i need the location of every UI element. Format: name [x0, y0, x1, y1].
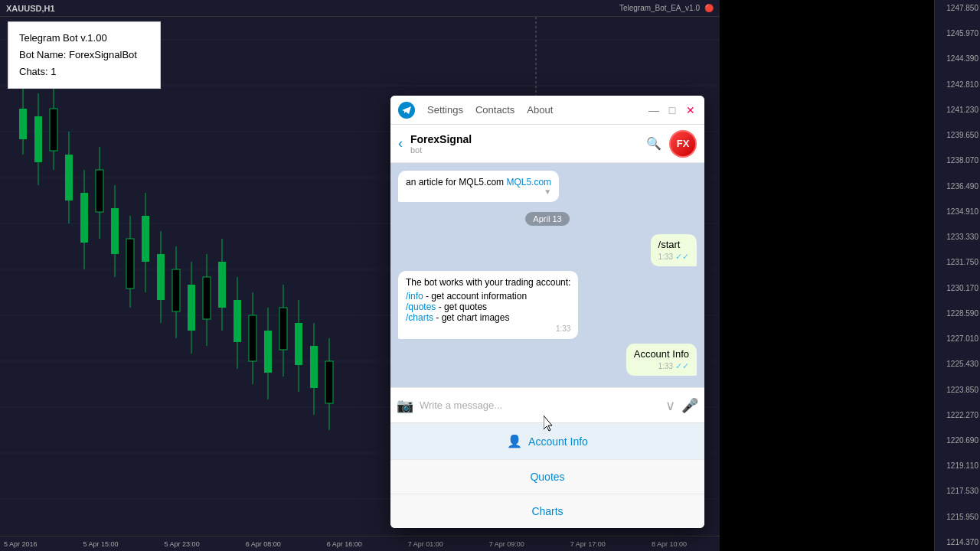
time-axis: 5 Apr 2016 5 Apr 15:00 5 Apr 23:00 6 Apr… — [0, 536, 720, 551]
price-18: 1219.110 — [936, 461, 978, 471]
svg-rect-34 — [188, 285, 195, 331]
info-link[interactable]: /info — [406, 291, 423, 302]
message-input[interactable] — [420, 399, 659, 411]
price-20: 1215.950 — [936, 513, 978, 522]
svg-rect-40 — [234, 300, 241, 342]
chat-header: ‹ ForexSignal bot 🔍 FX — [390, 125, 704, 163]
account-info-icon: 👤 — [507, 434, 522, 448]
time-label-2: 5 Apr 23:00 — [165, 540, 200, 548]
avatar: FX — [669, 130, 697, 158]
charts-link[interactable]: /charts — [406, 312, 433, 323]
time-label-6: 7 Apr 09:00 — [489, 540, 524, 548]
bot-info-box: Telegram Bot v.1.00 Bot Name: ForexSigna… — [8, 21, 161, 89]
account-info-label: Account Info — [528, 435, 588, 448]
close-button[interactable]: ✕ — [684, 104, 697, 116]
message-time: 1:33 ✓✓ — [658, 252, 689, 262]
menu-contacts[interactable]: Contacts — [475, 104, 514, 116]
bot-name: Bot Name: ForexSignalBot — [19, 47, 149, 64]
back-button[interactable]: ‹ — [398, 135, 403, 152]
chevron-down-icon[interactable]: ∨ — [665, 397, 675, 414]
price-14: 1225.430 — [936, 360, 978, 369]
bot-chats: Chats: 1 — [19, 64, 149, 80]
account-info-button[interactable]: 👤 Account Info — [390, 423, 704, 460]
camera-button[interactable]: 📷 — [397, 397, 413, 414]
telegram-logo — [398, 102, 415, 119]
price-3: 1242.810 — [936, 80, 978, 90]
quotes-link[interactable]: /quotes — [406, 302, 436, 312]
price-8: 1234.910 — [936, 207, 978, 217]
chat-status: bot — [410, 145, 639, 155]
time-label-8: 8 Apr 10:00 — [652, 540, 687, 548]
microphone-icon[interactable]: 🎤 — [681, 397, 698, 414]
partial-message: an article for MQL5.com MQL5.com ▼ — [398, 171, 559, 202]
svg-rect-30 — [157, 254, 165, 300]
outgoing-start-message: /start 1:33 ✓✓ — [651, 234, 697, 266]
article-text: an article for MQL5.com — [406, 177, 504, 187]
price-0: 1247.850 — [936, 4, 978, 13]
bot-version: Telegram Bot v.1.00 — [19, 30, 149, 47]
scroll-indicator: ▼ — [406, 187, 551, 196]
time-label-0: 5 Apr 2016 — [4, 540, 38, 548]
chart-ea-icon: 🔴 — [704, 4, 714, 12]
svg-rect-42 — [249, 315, 256, 361]
time-label-7: 7 Apr 17:00 — [570, 540, 606, 548]
double-check-icon: ✓✓ — [675, 252, 689, 262]
quotes-desc: - get quotes — [439, 302, 487, 312]
svg-rect-50 — [310, 346, 318, 388]
time-label-5: 7 Apr 01:00 — [408, 540, 443, 548]
svg-rect-14 — [34, 116, 42, 162]
svg-rect-32 — [172, 269, 180, 311]
quotes-button[interactable]: Quotes — [390, 460, 704, 494]
time-label-4: 6 Apr 16:00 — [327, 540, 362, 548]
price-16: 1222.270 — [936, 411, 978, 420]
window-controls: — □ ✕ — [648, 104, 697, 116]
messages-area[interactable]: an article for MQL5.com MQL5.com ▼ April… — [390, 163, 704, 387]
svg-rect-48 — [295, 323, 302, 365]
chat-name: ForexSignal — [410, 133, 639, 145]
svg-rect-20 — [80, 193, 88, 243]
price-17: 1220.690 — [936, 436, 978, 445]
account-message-time: 1:33 ✓✓ — [634, 361, 689, 371]
bot-reply-message: The bot works with your trading account:… — [398, 271, 578, 339]
svg-rect-44 — [264, 331, 272, 373]
svg-rect-52 — [325, 361, 333, 403]
chart-symbol: XAUUSD,H1 — [6, 4, 55, 13]
svg-rect-26 — [126, 239, 134, 289]
bot-intro: The bot works with your trading account: — [406, 277, 570, 288]
svg-rect-16 — [50, 109, 57, 151]
price-1: 1245.970 — [936, 29, 978, 38]
menu-about[interactable]: About — [527, 104, 553, 116]
price-axis: 1247.850 1245.970 1244.390 1242.810 1241… — [934, 0, 980, 551]
bot-info-cmd: /info - get account information — [406, 291, 570, 302]
price-21: 1214.370 — [936, 538, 978, 547]
price-6: 1238.070 — [936, 156, 978, 165]
svg-rect-28 — [142, 216, 149, 262]
svg-rect-38 — [218, 262, 226, 308]
charts-button[interactable]: Charts — [390, 494, 704, 528]
date-separator: April 13 — [398, 211, 697, 225]
chart-ea-label: Telegram_Bot_EA_v1.0 — [619, 4, 700, 12]
mql5-link[interactable]: MQL5.com — [506, 177, 551, 187]
telegram-window: Settings Contacts About — □ ✕ ‹ ForexSig… — [390, 96, 704, 528]
maximize-button[interactable]: □ — [666, 104, 678, 116]
chart-topbar: XAUUSD,H1 Telegram_Bot_EA_v1.0 🔴 — [0, 0, 720, 17]
info-desc: - get account information — [426, 291, 527, 302]
svg-rect-12 — [19, 109, 27, 139]
search-icon[interactable]: 🔍 — [646, 136, 662, 151]
double-check-icon-2: ✓✓ — [675, 361, 689, 371]
telegram-titlebar: Settings Contacts About — □ ✕ — [390, 96, 704, 125]
bot-charts-cmd: /charts - get chart images — [406, 312, 570, 323]
start-command: /start — [658, 239, 681, 250]
charts-desc: - get chart images — [436, 312, 509, 323]
price-15: 1223.850 — [936, 386, 978, 395]
minimize-button[interactable]: — — [648, 104, 660, 116]
commands-panel: 👤 Account Info Quotes Charts — [390, 422, 704, 528]
menu-settings[interactable]: Settings — [427, 104, 463, 116]
svg-rect-24 — [111, 208, 119, 254]
price-13: 1227.010 — [936, 334, 978, 344]
svg-rect-22 — [96, 170, 103, 212]
price-12: 1228.590 — [936, 309, 978, 318]
time-label-1: 5 Apr 15:00 — [83, 540, 119, 548]
bot-quotes-cmd: /quotes - get quotes — [406, 302, 570, 312]
price-11: 1230.170 — [936, 284, 978, 293]
